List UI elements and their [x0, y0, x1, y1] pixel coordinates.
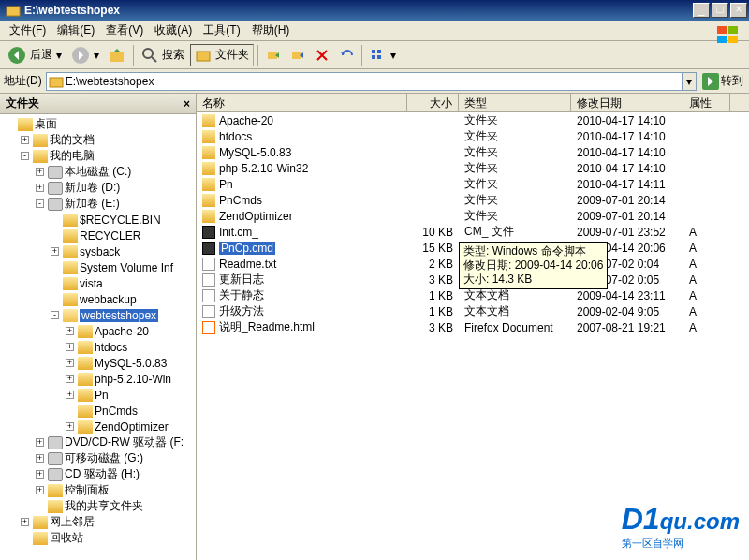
col-size[interactable]: 大小	[407, 94, 459, 111]
tree-node[interactable]: +CD 驱动器 (H:)	[2, 466, 194, 482]
file-date: 2009-04-14 23:11	[571, 289, 683, 302]
tree-node[interactable]: webbackup	[2, 291, 194, 307]
tree-node[interactable]: +php-5.2.10-Win	[2, 371, 194, 387]
expand-icon[interactable]: +	[66, 327, 74, 335]
file-row[interactable]: Init.cm_10 KBCM_ 文件2009-07-01 23:52A	[197, 224, 749, 240]
tree-node[interactable]: +sysback	[2, 243, 194, 259]
file-row[interactable]: ZendOptimizer文件夹2009-07-01 20:14	[197, 208, 749, 224]
expand-icon[interactable]: +	[36, 438, 44, 447]
up-button[interactable]	[105, 45, 129, 66]
delete-button[interactable]	[311, 46, 333, 65]
tree-node[interactable]: System Volume Inf	[2, 259, 194, 275]
expand-icon[interactable]: +	[66, 359, 74, 367]
col-name[interactable]: 名称	[197, 94, 407, 111]
address-dropdown[interactable]: ▾	[683, 72, 697, 91]
file-list-body[interactable]: Apache-20文件夹2010-04-17 14:10htdocs文件夹201…	[197, 112, 749, 560]
back-button[interactable]: 后退▾	[4, 44, 66, 66]
menu-favorites[interactable]: 收藏(A)	[149, 21, 198, 40]
tree-node[interactable]: +MySQL-5.0.83	[2, 355, 194, 371]
tree-node[interactable]: -webtestshopex	[2, 307, 194, 323]
tree-node[interactable]: 回收站	[2, 530, 194, 546]
tree-node[interactable]: +Apache-20	[2, 323, 194, 339]
expand-icon[interactable]: -	[51, 311, 59, 319]
menu-view[interactable]: 查看(V)	[100, 21, 149, 40]
tree-node[interactable]: vista	[2, 275, 194, 291]
file-row[interactable]: 升级方法1 KB文本文档2009-02-04 9:05A	[197, 303, 749, 319]
folder-tree[interactable]: 桌面+我的文档-我的电脑+本地磁盘 (C:)+新加卷 (D:)-新加卷 (E:)…	[0, 114, 196, 560]
undo-button[interactable]	[335, 46, 358, 65]
go-button[interactable]: 转到	[700, 71, 745, 92]
tree-node[interactable]: 我的共享文件夹	[2, 498, 194, 514]
file-type: 文件夹	[459, 192, 571, 208]
file-row[interactable]: MySQL-5.0.83文件夹2010-04-17 14:10	[197, 144, 749, 160]
drive-icon	[48, 452, 63, 465]
tree-node[interactable]: +htdocs	[2, 339, 194, 355]
forward-button[interactable]: ▾	[67, 44, 103, 66]
expand-icon[interactable]: +	[51, 247, 59, 256]
tree-node[interactable]: +DVD/CD-RW 驱动器 (F:	[2, 435, 194, 450]
col-attr[interactable]: 属性	[683, 94, 730, 111]
expand-icon[interactable]: +	[66, 422, 74, 431]
menu-help[interactable]: 帮助(H)	[246, 21, 296, 40]
expand-icon[interactable]: +	[66, 391, 74, 399]
minimize-button[interactable]: _	[693, 3, 710, 18]
views-button[interactable]: ▾	[366, 46, 400, 65]
file-row[interactable]: PnCmds文件夹2009-07-01 20:14	[197, 192, 749, 208]
expand-icon[interactable]: -	[21, 152, 29, 160]
move-to-button[interactable]	[262, 46, 285, 65]
close-button[interactable]: ×	[730, 3, 747, 18]
tree-label: 我的共享文件夹	[65, 498, 143, 514]
expand-icon[interactable]: +	[36, 454, 44, 463]
tree-node[interactable]: +可移动磁盘 (G:)	[2, 450, 194, 466]
expand-icon[interactable]: +	[21, 136, 29, 144]
tree-node[interactable]: +本地磁盘 (C:)	[2, 164, 194, 180]
copy-to-button[interactable]	[286, 46, 309, 65]
file-row[interactable]: 说明_Readme.html3 KBFirefox Document2007-0…	[197, 319, 749, 335]
maximize-button[interactable]: □	[712, 3, 728, 18]
tree-node[interactable]: +我的文档	[2, 132, 194, 148]
tree-node[interactable]: +控制面板	[2, 482, 194, 498]
txt-icon	[202, 289, 215, 302]
file-row[interactable]: Apache-20文件夹2010-04-17 14:10	[197, 112, 749, 128]
svg-rect-13	[372, 50, 375, 53]
tree-node[interactable]: 桌面	[2, 116, 194, 132]
close-pane-button[interactable]: ×	[184, 97, 190, 111]
file-row[interactable]: 关于静态1 KB文本文档2009-04-14 23:11A	[197, 287, 749, 303]
file-row[interactable]: htdocs文件夹2010-04-17 14:10	[197, 128, 749, 144]
col-type[interactable]: 类型	[459, 94, 571, 111]
tree-node[interactable]: $RECYCLE.BIN	[2, 212, 194, 228]
search-button[interactable]: 搜索	[138, 45, 188, 66]
expand-icon[interactable]: +	[36, 184, 44, 192]
tree-node[interactable]: PnCmds	[2, 403, 194, 419]
tree-label: webtestshopex	[80, 309, 158, 322]
expand-icon[interactable]: +	[66, 343, 74, 351]
tree-node[interactable]: +网上邻居	[2, 514, 194, 530]
folders-pane-header: 文件夹 ×	[0, 94, 196, 114]
file-date: 2010-04-17 14:10	[571, 146, 683, 159]
folder-icon	[78, 357, 93, 370]
tree-node[interactable]: +新加卷 (D:)	[2, 180, 194, 196]
tree-node[interactable]: RECYCLER	[2, 228, 194, 243]
expand-icon[interactable]: +	[36, 486, 44, 494]
menu-file[interactable]: 文件(F)	[4, 21, 51, 40]
tree-node[interactable]: -新加卷 (E:)	[2, 196, 194, 212]
menu-tools[interactable]: 工具(T)	[198, 21, 245, 40]
tree-node[interactable]: +ZendOptimizer	[2, 419, 194, 435]
tree-label: 新加卷 (E:)	[65, 196, 120, 212]
tree-node[interactable]: -我的电脑	[2, 148, 194, 164]
expand-icon[interactable]: +	[36, 470, 44, 479]
svg-point-8	[143, 49, 153, 58]
file-row[interactable]: Pn文件夹2010-04-17 14:11	[197, 176, 749, 192]
expand-icon[interactable]: +	[21, 518, 29, 526]
folders-button[interactable]: 文件夹	[190, 44, 254, 66]
expand-icon[interactable]: +	[36, 168, 44, 176]
expand-icon[interactable]: +	[66, 375, 74, 383]
file-name: 说明_Readme.html	[219, 319, 315, 335]
address-input[interactable]	[46, 72, 683, 91]
file-date: 2010-04-17 14:10	[571, 162, 683, 175]
col-date[interactable]: 修改日期	[571, 94, 683, 111]
tree-node[interactable]: +Pn	[2, 387, 194, 403]
file-row[interactable]: php-5.2.10-Win32文件夹2010-04-17 14:10	[197, 160, 749, 176]
expand-icon[interactable]: -	[36, 199, 44, 208]
menu-edit[interactable]: 编辑(E)	[51, 21, 100, 40]
